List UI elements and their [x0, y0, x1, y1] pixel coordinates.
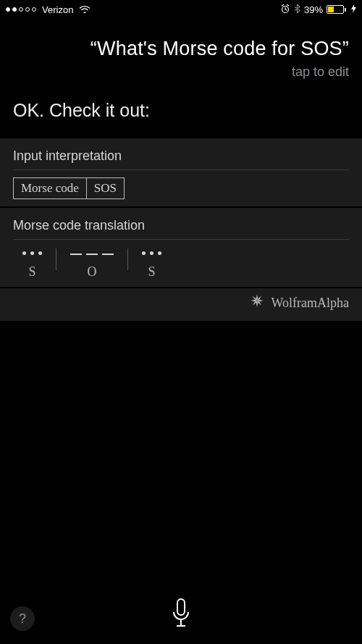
charging-icon [351, 4, 356, 14]
microphone-icon [171, 598, 191, 630]
morse-code-dots [20, 247, 44, 260]
morse-row: S O S [13, 247, 349, 280]
signal-strength-icon [6, 7, 36, 12]
siri-response: OK. Check it out: [0, 87, 362, 138]
attribution: WolframAlpha [0, 288, 362, 321]
input-box-type: Morse code [13, 177, 87, 199]
svg-rect-1 [177, 599, 185, 615]
microphone-button[interactable] [171, 598, 191, 632]
attribution-text: WolframAlpha [271, 296, 349, 310]
status-right: 39% [280, 4, 356, 16]
query-area[interactable]: “What's Morse code for SOS” tap to edit [0, 16, 362, 87]
morse-code-dots [140, 247, 164, 260]
separator [127, 248, 128, 270]
battery-icon [327, 5, 346, 14]
divider [13, 239, 349, 240]
help-button[interactable]: ? [10, 606, 35, 631]
morse-group-o: O [61, 247, 123, 280]
input-interpretation-row: Morse code SOS [13, 177, 349, 199]
status-left: Verizon [6, 4, 90, 15]
morse-letter: S [28, 264, 35, 280]
input-box-value: SOS [87, 177, 125, 199]
tap-to-edit-hint[interactable]: tap to edit [13, 64, 349, 80]
panel-title: Input interpretation [13, 149, 349, 164]
query-text: “What's Morse code for SOS” [13, 38, 349, 60]
morse-letter: O [88, 264, 97, 280]
alarm-icon [280, 4, 290, 16]
battery-percent: 39% [304, 4, 323, 15]
morse-letter: S [148, 264, 155, 280]
separator [56, 248, 56, 270]
wolfram-star-icon [251, 296, 267, 310]
carrier-label: Verizon [42, 4, 73, 15]
bottom-bar: ? [0, 586, 362, 644]
morse-group-s1: S [13, 247, 51, 280]
panel-title: Morse code translation [13, 218, 349, 233]
morse-group-s2: S [132, 247, 171, 280]
morse-code-dashes [68, 247, 116, 260]
bluetooth-icon [294, 4, 300, 16]
wifi-icon [79, 4, 90, 15]
input-interpretation-panel: Input interpretation Morse code SOS [0, 138, 362, 206]
status-bar: Verizon 39% [0, 0, 362, 16]
divider [13, 170, 349, 170]
morse-translation-panel: Morse code translation S O S [0, 208, 362, 287]
help-icon: ? [19, 611, 26, 627]
